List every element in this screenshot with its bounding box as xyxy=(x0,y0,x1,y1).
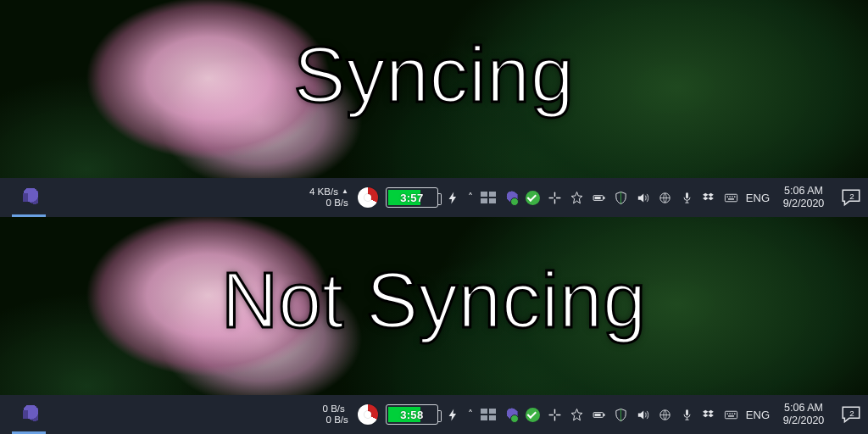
action-center-button[interactable]: 2 xyxy=(840,186,862,209)
teams-icon xyxy=(19,405,38,424)
dropbox-icon[interactable] xyxy=(702,408,716,422)
svg-rect-18 xyxy=(556,414,561,415)
app-tray-icon-1[interactable] xyxy=(481,409,496,420)
svg-rect-10 xyxy=(726,196,727,197)
battery-time-remaining: 3:58 xyxy=(400,409,423,421)
svg-rect-16 xyxy=(554,415,555,420)
globe-icon[interactable] xyxy=(658,191,672,205)
caption-not-syncing: Not Syncing xyxy=(221,256,647,345)
tray-overflow-chevron-icon[interactable]: ˄ xyxy=(468,192,473,203)
security-shield-icon[interactable] xyxy=(614,191,628,205)
slack-tray-icon[interactable] xyxy=(548,408,562,422)
battery-time-remaining: 3:57 xyxy=(400,192,423,204)
svg-rect-29 xyxy=(728,415,734,416)
network-meter[interactable]: 4 KB/s▲ 0 B/s xyxy=(309,186,348,209)
taskbar-app-teams[interactable] xyxy=(8,178,49,217)
svg-rect-2 xyxy=(548,197,554,198)
svg-rect-24 xyxy=(725,411,737,419)
svg-rect-25 xyxy=(726,413,727,414)
charging-icon xyxy=(446,408,460,422)
timer-tray-icon[interactable] xyxy=(358,404,378,425)
star-tray-icon[interactable] xyxy=(570,408,584,422)
svg-rect-23 xyxy=(686,409,688,415)
svg-rect-27 xyxy=(732,413,732,414)
teams-tray-icon[interactable] xyxy=(504,408,518,422)
tray-overflow-chevron-icon[interactable]: ˄ xyxy=(468,409,473,420)
svg-rect-8 xyxy=(686,192,688,198)
comparison-root: Syncing 4 KB/s▲ 0 B/s 3:57 xyxy=(0,0,868,434)
svg-rect-3 xyxy=(556,197,561,198)
keyboard-ime-icon[interactable] xyxy=(724,191,738,205)
net-down-value: 4 KB/s xyxy=(309,186,338,198)
taskbar-app-teams[interactable] xyxy=(8,395,49,434)
action-center-button[interactable]: 2 xyxy=(840,403,862,426)
battery-tray-icon[interactable] xyxy=(592,191,606,205)
taskbar-top: 4 KB/s▲ 0 B/s 3:57 ˄ xyxy=(0,178,868,217)
svg-rect-20 xyxy=(604,414,604,416)
microphone-icon[interactable] xyxy=(680,191,694,205)
net-up-value: 0 B/s xyxy=(326,415,348,426)
star-tray-icon[interactable] xyxy=(570,191,584,205)
system-clock[interactable]: 5:06 AM 9/2/2020 xyxy=(777,185,830,210)
svg-rect-21 xyxy=(594,414,600,416)
charging-icon xyxy=(446,191,460,205)
svg-rect-12 xyxy=(732,196,732,197)
speaker-icon[interactable] xyxy=(636,408,650,422)
notification-count: 2 xyxy=(849,192,854,201)
speaker-icon[interactable] xyxy=(636,191,650,205)
taskbar-left xyxy=(0,178,49,217)
svg-rect-1 xyxy=(554,198,555,203)
teams-tray-icon[interactable] xyxy=(504,191,518,205)
svg-rect-5 xyxy=(604,197,604,199)
clock-time: 5:06 AM xyxy=(784,185,823,198)
clock-time: 5:06 AM xyxy=(784,402,823,415)
battery-tray-icon[interactable] xyxy=(592,408,606,422)
svg-rect-0 xyxy=(554,192,555,197)
timer-tray-icon[interactable] xyxy=(358,187,378,208)
ime-language[interactable]: ENG xyxy=(746,192,770,204)
svg-rect-15 xyxy=(554,409,555,414)
battery-meter[interactable]: 3:58 xyxy=(386,404,438,425)
svg-rect-28 xyxy=(734,413,735,414)
svg-rect-6 xyxy=(594,197,600,199)
svg-rect-9 xyxy=(725,194,737,202)
system-clock[interactable]: 5:06 AM 9/2/2020 xyxy=(777,402,830,427)
ime-language[interactable]: ENG xyxy=(746,409,770,421)
battery-meter[interactable]: 3:57 xyxy=(386,187,438,208)
teams-icon xyxy=(19,188,38,207)
network-meter[interactable]: 0 B/s 0 B/s xyxy=(323,403,348,426)
net-up-value: 0 B/s xyxy=(326,198,348,209)
clock-date: 9/2/2020 xyxy=(783,198,825,210)
taskbar-right: 4 KB/s▲ 0 B/s 3:57 ˄ xyxy=(309,178,868,217)
app-tray-icon-1[interactable] xyxy=(481,192,496,203)
microphone-icon[interactable] xyxy=(680,408,694,422)
svg-rect-11 xyxy=(729,196,730,197)
panel-syncing: Syncing 4 KB/s▲ 0 B/s 3:57 xyxy=(0,0,868,217)
globe-icon[interactable] xyxy=(658,408,672,422)
svg-rect-14 xyxy=(728,198,734,199)
net-up-arrow-icon: ▲ xyxy=(342,186,348,197)
taskbar-right: 0 B/s 0 B/s 3:58 ˄ xyxy=(323,395,868,434)
taskbar-left xyxy=(0,395,49,434)
svg-rect-13 xyxy=(734,196,735,197)
svg-rect-26 xyxy=(729,413,730,414)
panel-not-syncing: Not Syncing 0 B/s 0 B/s 3:58 xyxy=(0,217,868,434)
notification-count: 2 xyxy=(849,409,854,418)
taskbar-bottom: 0 B/s 0 B/s 3:58 ˄ xyxy=(0,395,868,434)
status-ok-icon[interactable] xyxy=(526,408,540,422)
net-down-value: 0 B/s xyxy=(323,403,345,415)
keyboard-ime-icon[interactable] xyxy=(724,408,738,422)
security-shield-icon[interactable] xyxy=(614,408,628,422)
caption-syncing: Syncing xyxy=(294,31,575,120)
status-ok-icon[interactable] xyxy=(526,191,540,205)
slack-tray-icon[interactable] xyxy=(548,191,562,205)
svg-rect-17 xyxy=(548,414,554,415)
clock-date: 9/2/2020 xyxy=(783,415,825,427)
dropbox-icon[interactable] xyxy=(702,191,716,205)
